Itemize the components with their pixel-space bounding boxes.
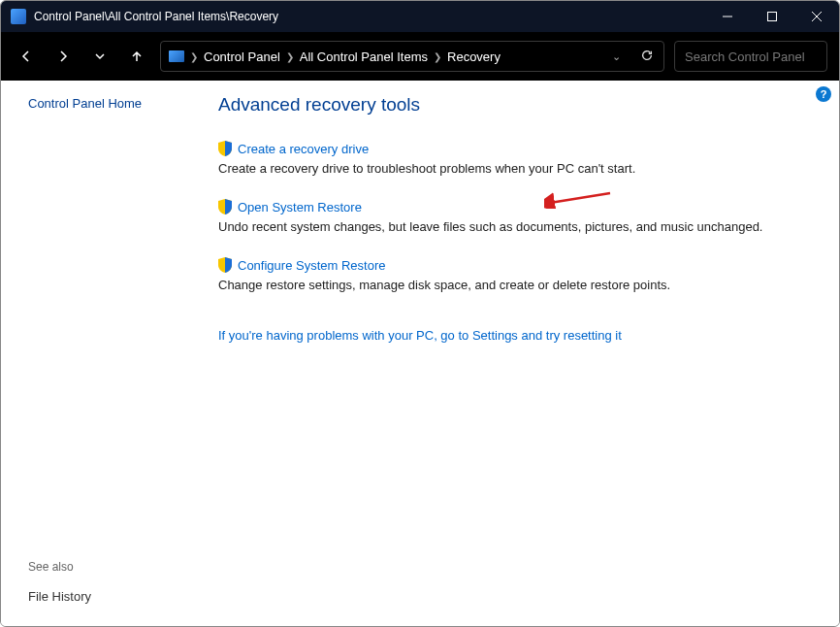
breadcrumb-leaf[interactable]: Recovery <box>447 50 501 64</box>
main-panel: Advanced recovery tools Create a recover… <box>195 81 839 626</box>
breadcrumb-mid[interactable]: All Control Panel Items <box>300 50 428 64</box>
refresh-button[interactable] <box>640 49 654 65</box>
close-button[interactable] <box>794 1 839 32</box>
up-button[interactable] <box>123 43 150 70</box>
open-system-restore-link[interactable]: Open System Restore <box>238 200 362 214</box>
minimize-button[interactable] <box>705 1 750 32</box>
back-button[interactable] <box>13 43 40 70</box>
app-icon <box>11 9 26 24</box>
content-area: ? Control Panel Home See also File Histo… <box>1 81 839 626</box>
create-recovery-drive-link[interactable]: Create a recovery drive <box>238 142 369 156</box>
shield-icon <box>218 257 232 273</box>
address-bar[interactable]: ❯ Control Panel ❯ All Control Panel Item… <box>160 41 664 72</box>
chevron-right-icon: ❯ <box>286 51 294 62</box>
window-title: Control Panel\All Control Panel Items\Re… <box>34 10 278 23</box>
maximize-button[interactable] <box>750 1 794 32</box>
breadcrumb-root[interactable]: Control Panel <box>204 50 280 64</box>
shield-icon <box>218 141 232 156</box>
sidebar: Control Panel Home See also File History <box>1 81 195 626</box>
item-description: Undo recent system changes, but leave fi… <box>218 218 812 236</box>
titlebar: Control Panel\All Control Panel Items\Re… <box>1 1 839 32</box>
chevron-right-icon: ❯ <box>190 51 198 62</box>
item-description: Create a recovery drive to troubleshoot … <box>218 160 812 178</box>
navbar: ❯ Control Panel ❯ All Control Panel Item… <box>1 32 839 81</box>
shield-icon <box>218 199 232 214</box>
recovery-item: Open System Restore Undo recent system c… <box>218 199 812 236</box>
recovery-item: Create a recovery drive Create a recover… <box>218 141 812 178</box>
search-input[interactable] <box>685 50 840 64</box>
recovery-item: Configure System Restore Change restore … <box>218 257 812 294</box>
forward-button[interactable] <box>49 43 77 70</box>
item-description: Change restore settings, manage disk spa… <box>218 277 812 294</box>
see-also-label: See also <box>28 560 183 574</box>
reset-pc-link[interactable]: If you're having problems with your PC, … <box>218 328 622 343</box>
chevron-down-icon[interactable]: ⌄ <box>612 50 621 63</box>
configure-system-restore-link[interactable]: Configure System Restore <box>238 258 385 273</box>
address-icon <box>169 50 184 62</box>
file-history-link[interactable]: File History <box>28 589 91 604</box>
svg-rect-1 <box>768 13 777 21</box>
page-heading: Advanced recovery tools <box>218 94 812 116</box>
recent-dropdown[interactable] <box>86 43 113 70</box>
chevron-right-icon: ❯ <box>434 51 441 62</box>
search-box[interactable] <box>674 41 827 72</box>
control-panel-home-link[interactable]: Control Panel Home <box>28 96 183 111</box>
